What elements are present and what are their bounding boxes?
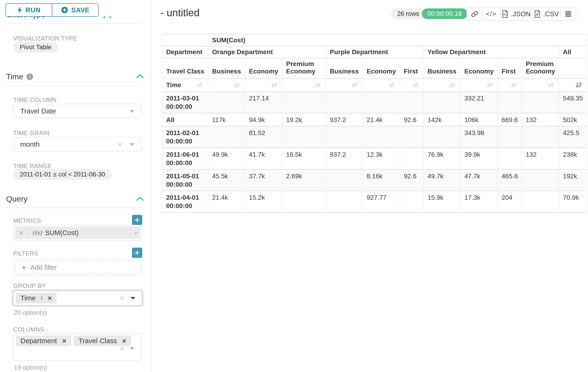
value-cell: 15.2k xyxy=(245,191,282,213)
selected-token[interactable]: Timei xyxy=(16,293,57,303)
sort-icon[interactable] xyxy=(270,81,278,89)
department-header: Purple Department xyxy=(326,46,424,58)
remove-token-icon[interactable] xyxy=(122,339,126,343)
value-cell: 549.35 xyxy=(559,92,587,113)
sort-icon[interactable] xyxy=(350,81,359,89)
menu-button[interactable] xyxy=(560,8,576,20)
group-by-select-focused: Timei × xyxy=(12,289,144,307)
time-column-select[interactable]: Travel Date xyxy=(13,104,142,118)
value-cell: 45.5k xyxy=(208,169,245,191)
corner-cell xyxy=(162,34,208,46)
selected-token[interactable]: Department xyxy=(16,336,71,346)
sort-row: Time xyxy=(162,79,587,92)
sort-icon[interactable] xyxy=(388,81,396,89)
viz-type-pill[interactable]: Pivot Table xyxy=(13,42,58,53)
value-cell: 19.2k xyxy=(282,113,326,126)
value-cell xyxy=(282,92,326,113)
time-column-label: TIME COLUMN xyxy=(13,96,56,104)
group-by-select[interactable]: Timei × xyxy=(13,291,142,306)
chart-title[interactable]: - untitled xyxy=(160,7,200,19)
value-cell xyxy=(363,126,400,148)
metric-token[interactable]: × ƒ(x) SUM(Cost) › xyxy=(15,226,141,239)
value-cell: 16.5k xyxy=(282,148,326,170)
sort-icon[interactable] xyxy=(547,81,555,89)
time-collapse-icon[interactable] xyxy=(136,74,144,79)
value-cell xyxy=(522,191,559,213)
sort-cell xyxy=(282,79,326,92)
export-csv-button[interactable]: .CSV xyxy=(532,8,560,20)
divider xyxy=(6,85,141,86)
time-grain-select[interactable]: month × xyxy=(13,137,142,152)
metric-header-row: SUM(Cost) xyxy=(162,34,587,46)
query-collapse-icon[interactable] xyxy=(136,196,144,201)
function-icon: ƒ(x) xyxy=(32,229,42,236)
table-row: All117k94.9k19.2k937.221.4k92.6142k106k6… xyxy=(162,113,587,126)
sort-icon[interactable] xyxy=(411,81,420,89)
value-cell: 238k xyxy=(559,148,587,170)
expand-metric-icon[interactable]: › xyxy=(131,226,141,239)
time-section-header[interactable]: Time i xyxy=(6,72,33,81)
value-cell: 132 xyxy=(522,148,559,170)
query-section-header[interactable]: Query xyxy=(6,194,28,203)
value-cell: 937.2 xyxy=(326,148,363,170)
travel-class-header: Business xyxy=(424,58,461,79)
time-sort-cell: Time xyxy=(162,79,208,92)
value-cell: 204 xyxy=(498,191,522,213)
time-range-pill[interactable]: 2011-01-01 ≤ col < 2011-06-30 xyxy=(13,169,112,180)
sort-cell xyxy=(245,79,282,92)
group-by-option-count: 20 option(s) xyxy=(14,309,47,317)
table-row: 2011-03-01 00:00:00217.14332.21549.35 xyxy=(162,92,587,113)
value-cell xyxy=(498,148,522,170)
value-cell xyxy=(498,92,522,113)
value-cell: 142k xyxy=(424,113,461,126)
sort-cell xyxy=(208,79,245,92)
control-sidebar: Chart Type RUN SAVE VISUALIZATION TYPE P… xyxy=(0,0,151,372)
value-cell xyxy=(522,126,559,148)
time-range-label: TIME RANGE xyxy=(13,162,52,170)
table-row: 2011-02-01 00:00:0081.52343.98425.5 xyxy=(162,126,587,148)
view-query-button[interactable]: </> xyxy=(482,8,500,20)
remove-token-icon[interactable] xyxy=(48,296,52,300)
sort-icon[interactable] xyxy=(509,81,518,89)
add-filter-button[interactable]: + Add filter xyxy=(15,261,140,274)
value-cell: 76.9k xyxy=(424,148,461,170)
sort-icon[interactable] xyxy=(314,81,322,89)
add-metric-button[interactable] xyxy=(132,215,142,225)
export-json-button[interactable]: .JSON xyxy=(500,8,532,20)
metrics-box: × ƒ(x) SUM(Cost) › xyxy=(13,225,142,241)
value-cell xyxy=(400,126,424,148)
value-cell: 132 xyxy=(522,113,559,126)
remove-token-icon[interactable] xyxy=(62,339,66,343)
clear-icon[interactable]: × xyxy=(118,140,122,149)
sort-cell xyxy=(326,79,363,92)
value-cell: 465.6 xyxy=(498,169,522,191)
sort-icon[interactable] xyxy=(196,81,204,89)
row-header: 2011-02-01 00:00:00 xyxy=(162,126,208,148)
value-cell xyxy=(282,126,326,148)
clear-icon[interactable]: × xyxy=(120,344,125,353)
row-header: 2011-03-01 00:00:00 xyxy=(162,92,208,113)
viz-type-label: VISUALIZATION TYPE xyxy=(13,35,77,42)
add-filter-plus-button[interactable] xyxy=(132,248,142,258)
run-save-button-group: RUN SAVE xyxy=(5,3,99,17)
sort-descending-icon[interactable] xyxy=(575,81,583,89)
run-button[interactable]: RUN xyxy=(6,4,52,16)
share-link-button[interactable] xyxy=(467,8,482,20)
travel-class-header: First xyxy=(400,58,424,79)
travel-class-header: Economy xyxy=(460,58,498,79)
value-cell: 669.6 xyxy=(498,113,522,126)
value-cell: 927.77 xyxy=(363,191,400,213)
columns-select[interactable]: DepartmentTravel Class × xyxy=(13,333,142,361)
sort-icon[interactable] xyxy=(485,81,494,89)
remove-metric-icon[interactable]: × xyxy=(15,226,28,239)
sort-icon[interactable] xyxy=(448,81,456,89)
value-cell xyxy=(498,126,522,148)
sort-icon[interactable] xyxy=(233,81,241,89)
all-header: All xyxy=(559,46,587,58)
value-cell: 49.9k xyxy=(208,148,245,170)
save-button[interactable]: SAVE xyxy=(52,4,98,16)
sort-cell xyxy=(424,79,461,92)
clear-icon[interactable]: × xyxy=(119,294,124,303)
table-row: 2011-05-01 00:00:0045.5k37.7k2.69k8.16k9… xyxy=(162,169,587,191)
code-icon: </> xyxy=(486,10,496,18)
